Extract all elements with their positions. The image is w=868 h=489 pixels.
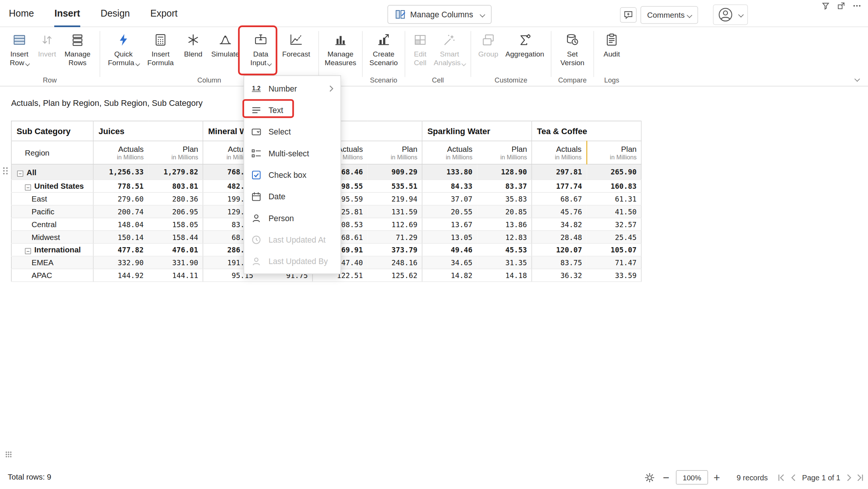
set-version-button[interactable]: SetVersion	[556, 31, 588, 69]
manage-columns-button[interactable]: Manage Columns	[388, 5, 492, 24]
data-cell[interactable]: 476.01	[148, 243, 203, 256]
menu-item-check-box[interactable]: Check box	[244, 164, 341, 185]
collapse-icon[interactable]: −	[17, 170, 23, 176]
data-cell[interactable]: 148.04	[93, 218, 148, 231]
data-cell[interactable]: 248.16	[367, 256, 422, 269]
insert-row-button[interactable]: InsertRow	[5, 31, 34, 69]
data-cell[interactable]: 13.86	[477, 218, 532, 231]
filter-icon[interactable]	[822, 2, 830, 10]
ribbon-collapse-icon[interactable]	[854, 76, 860, 82]
data-cell[interactable]: 37.07	[422, 193, 477, 205]
add-comment-button[interactable]	[620, 7, 637, 23]
comments-button[interactable]: Comments	[640, 6, 698, 24]
data-cell[interactable]: 68.67	[532, 193, 586, 205]
data-cell[interactable]: 778.51	[93, 180, 148, 193]
row-drag-handle[interactable]	[2, 166, 9, 178]
data-cell[interactable]: 13.67	[422, 218, 477, 231]
data-cell[interactable]: 36.32	[532, 269, 586, 282]
data-cell[interactable]: 12.83	[477, 231, 532, 243]
row-header[interactable]: −United States	[11, 180, 93, 193]
data-cell[interactable]: 14.82	[422, 269, 477, 282]
data-cell[interactable]: 14.18	[477, 269, 532, 282]
menu-item-number[interactable]: 1.2 Number	[244, 78, 341, 99]
zoom-level[interactable]: 100%	[676, 470, 708, 484]
row-header[interactable]: Central	[11, 218, 93, 231]
data-cell[interactable]: 803.81	[148, 180, 203, 193]
forecast-button[interactable]: Forecast	[279, 31, 313, 60]
prev-page-button[interactable]	[789, 473, 798, 481]
more-options-icon[interactable]	[853, 2, 862, 10]
row-header[interactable]: APAC	[11, 269, 93, 282]
measure-header[interactable]: Planin Millions	[148, 141, 203, 164]
data-cell[interactable]: 332.90	[93, 256, 148, 269]
data-cell[interactable]: 32.57	[587, 218, 641, 231]
zoom-out-button[interactable]: −	[663, 472, 669, 483]
last-page-button[interactable]	[856, 473, 865, 481]
data-cell[interactable]: 41.50	[587, 205, 641, 218]
data-cell[interactable]: 265.90	[587, 164, 641, 180]
tab-insert[interactable]: Insert	[55, 0, 80, 27]
data-cell[interactable]: 206.95	[148, 205, 203, 218]
data-cell[interactable]: 535.51	[367, 180, 422, 193]
data-cell[interactable]: 45.53	[477, 243, 532, 256]
column-group-header[interactable]: Juices	[93, 121, 203, 141]
data-cell[interactable]: 34.82	[532, 218, 586, 231]
simulate-button[interactable]: Simulate	[208, 31, 242, 60]
data-cell[interactable]: 1,256.33	[93, 164, 148, 180]
first-page-button[interactable]	[776, 473, 785, 481]
row-dimension-header[interactable]: Region	[11, 141, 93, 164]
aggregation-button[interactable]: Aggregation	[503, 31, 547, 60]
column-group-header[interactable]: Sparkling Water	[422, 121, 532, 141]
settings-gear-icon[interactable]	[645, 472, 655, 483]
measure-header[interactable]: Actualsin Millions	[532, 141, 586, 164]
measure-header[interactable]: Planin Millions	[477, 141, 532, 164]
data-input-button[interactable]: DataInput	[244, 31, 278, 69]
expand-icon[interactable]	[837, 2, 845, 10]
zoom-in-button[interactable]: +	[714, 472, 720, 483]
data-cell[interactable]: 909.29	[367, 164, 422, 180]
data-cell[interactable]: 219.94	[367, 193, 422, 205]
data-cell[interactable]: 280.36	[148, 193, 203, 205]
data-cell[interactable]: 158.44	[148, 231, 203, 243]
data-cell[interactable]: 33.59	[587, 269, 641, 282]
data-cell[interactable]: 331.90	[148, 256, 203, 269]
data-cell[interactable]: 177.74	[532, 180, 586, 193]
menu-item-text[interactable]: Text	[244, 99, 341, 121]
tab-export[interactable]: Export	[150, 0, 177, 27]
data-cell[interactable]: 279.60	[93, 193, 148, 205]
row-header[interactable]: −All	[11, 164, 93, 180]
row-header[interactable]: Midwest	[11, 231, 93, 243]
measure-header[interactable]: Planin Millions	[587, 141, 641, 164]
data-cell[interactable]: 125.62	[367, 269, 422, 282]
canvas-drag-handle[interactable]	[5, 450, 13, 461]
manage-rows-button[interactable]: ManageRows	[60, 31, 95, 69]
data-cell[interactable]: 34.65	[422, 256, 477, 269]
data-cell[interactable]: 112.69	[367, 218, 422, 231]
data-cell[interactable]: 144.92	[93, 269, 148, 282]
data-cell[interactable]: 31.35	[477, 256, 532, 269]
menu-item-multi-select[interactable]: Multi-select	[244, 142, 341, 164]
data-cell[interactable]: 158.05	[148, 218, 203, 231]
data-cell[interactable]: 83.75	[532, 256, 586, 269]
blend-button[interactable]: Blend	[179, 31, 207, 60]
measure-header[interactable]: Actualsin Millions	[422, 141, 477, 164]
next-page-button[interactable]	[845, 473, 853, 481]
row-header[interactable]: −International	[11, 243, 93, 256]
data-cell[interactable]: 28.48	[532, 231, 586, 243]
data-cell[interactable]: 200.74	[93, 205, 148, 218]
insert-formula-button[interactable]: InsertFormula	[143, 31, 178, 69]
data-cell[interactable]: 1,279.82	[148, 164, 203, 180]
data-cell[interactable]: 84.33	[422, 180, 477, 193]
data-cell[interactable]: 61.31	[587, 193, 641, 205]
data-cell[interactable]: 297.81	[532, 164, 586, 180]
create-scenario-button[interactable]: CreateScenario	[367, 31, 401, 69]
user-avatar-button[interactable]	[713, 5, 748, 25]
menu-item-select[interactable]: Select	[244, 121, 341, 142]
row-header[interactable]: EMEA	[11, 256, 93, 269]
tab-home[interactable]: Home	[9, 0, 34, 27]
collapse-icon[interactable]: −	[25, 185, 31, 191]
data-cell[interactable]: 13.05	[422, 231, 477, 243]
data-cell[interactable]: 144.11	[148, 269, 203, 282]
data-cell[interactable]: 83.37	[477, 180, 532, 193]
quick-formula-button[interactable]: QuickFormula	[105, 31, 142, 69]
